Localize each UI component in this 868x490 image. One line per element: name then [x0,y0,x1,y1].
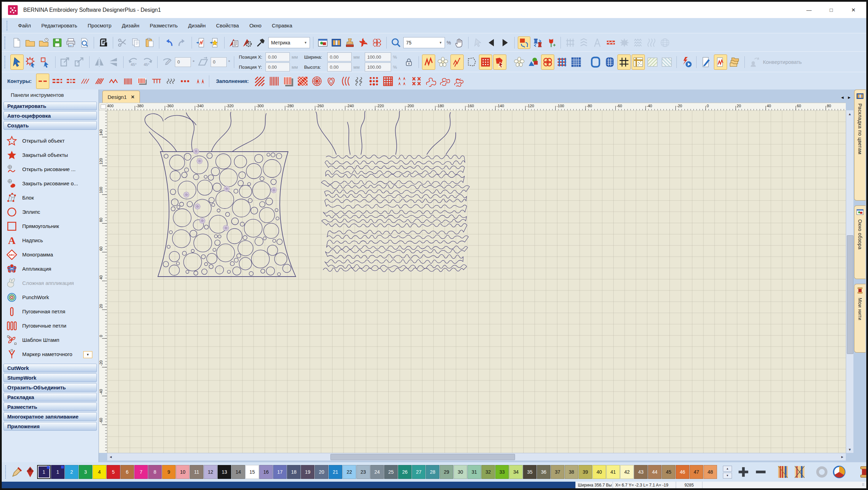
color-swatch-39-39[interactable]: 39 [579,465,592,479]
color-wheel-button[interactable] [831,465,847,479]
outline-stamp-button[interactable] [371,36,383,49]
print-button[interactable] [65,36,77,49]
fill-lacework-button[interactable] [296,74,309,89]
menu-window[interactable]: Окно [244,20,267,31]
polygon-select-button[interactable] [25,54,38,70]
scenery-button[interactable] [527,54,540,70]
vertical-scroll-thumb[interactable] [847,235,853,354]
needle-stitch-button[interactable] [591,36,604,49]
horizontal-scrollbar[interactable]: ◄ ► [107,453,846,461]
scroll-left-icon[interactable]: ◄ [107,453,114,461]
swap-colors-button[interactable] [531,36,544,49]
color-swatch-32-32[interactable]: 32 [481,465,495,479]
skew-button[interactable] [196,54,210,70]
color-swatch-current[interactable]: 1 [37,465,51,479]
tools-button[interactable] [255,36,267,49]
embroidery-canvas-button[interactable] [714,54,727,70]
color-swatch-26-26[interactable]: 26 [398,465,412,479]
open-object-tool[interactable]: Открытый объект [2,134,99,148]
overview-window-tab[interactable]: Окно обзора [854,205,866,279]
fill-stipple-outline-button[interactable] [424,74,437,89]
buttonholes-tool[interactable]: Пуговичные петли [2,319,99,333]
sidebar-edit-section[interactable]: Редактировать [3,102,97,110]
wave-stitch-button[interactable] [645,36,658,49]
embroidery-canvas[interactable] [107,110,846,453]
color-swatch-6-6[interactable]: 6 [120,465,134,479]
color-film-button[interactable] [330,36,343,49]
color-swatch-34-34[interactable]: 34 [509,465,523,479]
undo-button[interactable] [162,36,175,49]
globe-stitch-button[interactable] [659,36,671,49]
zoom-level-select[interactable]: 75▼ [403,37,445,48]
outline-pebble-button[interactable] [178,74,192,89]
outline-zigzag-dense-button[interactable] [93,74,106,89]
outline-candlewick-button[interactable] [193,74,206,89]
rectangle-tool[interactable]: Прямоугольник [2,219,99,233]
color-swatch-24-24[interactable]: 24 [370,465,384,479]
save-design-button[interactable] [51,36,64,49]
ellipse-tool[interactable]: Эллипс [2,205,99,219]
sidebar-stumpwork-section[interactable]: StumpWork [3,373,97,382]
color-swatch-21-21[interactable]: 21 [329,465,342,479]
color-swatch-20-20[interactable]: 20 [315,465,328,479]
remove-color-button[interactable] [753,465,769,479]
pan-button[interactable] [453,36,465,49]
new-document-button[interactable] [10,36,23,49]
closed-freehand-tool[interactable]: Закрыть рисование о... [2,176,99,191]
menu-arrange[interactable]: Разместить [144,20,183,31]
mirror-horizontal-button[interactable] [107,54,120,70]
color-swatch-28-28[interactable]: 28 [426,465,439,479]
stamp-template-tool[interactable]: Шаблон Штамп [2,333,99,347]
ribbon-stitch-button[interactable] [605,36,617,49]
menu-properties[interactable]: Свойства [211,20,244,31]
closed-object-tool[interactable]: Закрытый объекты [2,148,99,162]
color-swatch-36-36[interactable]: 36 [537,465,550,479]
color-swatch-42-42[interactable]: 42 [620,465,634,479]
zigzag-stitch-button[interactable] [578,36,590,49]
scroll-right-icon[interactable]: ► [839,453,846,461]
sidebar-applications-section[interactable]: Приложения [3,422,97,431]
color-swatch-17-17[interactable]: 17 [273,465,287,479]
basting-marker-tool[interactable]: Маркер наметочного▼ [2,347,99,361]
trellis-stitch-button[interactable] [564,36,576,49]
design-properties-button[interactable] [228,36,240,49]
ruler-origin-box[interactable] [99,103,107,110]
sidebar-multi-hooping-section[interactable]: Многократное запяливание [3,412,97,421]
skew-angle-input[interactable]: 0 [211,57,227,67]
flower-fill-button[interactable] [436,54,449,70]
fabric-display-button[interactable] [646,54,659,70]
color-swatch-18-18[interactable]: 18 [287,465,301,479]
close-button[interactable]: ✕ [848,6,859,15]
color-swatch-13-13[interactable]: 13 [218,465,231,479]
color-swatch-16-16[interactable]: 16 [259,465,273,479]
color-swatch-46-46[interactable]: 46 [676,465,689,479]
flower-plain-button[interactable] [513,54,526,70]
punchwork-tool[interactable]: PunchWork [2,290,99,304]
insert-artwork-button[interactable] [209,36,221,49]
color-swatch-37-37[interactable]: 37 [551,465,564,479]
pattern-fill-button[interactable] [479,54,492,70]
resize-grip-icon[interactable]: ⠿ [862,483,865,487]
color-swatch-31-31[interactable]: 31 [467,465,481,479]
color-swatch-43-43[interactable]: 43 [634,465,648,479]
library-button[interactable] [728,54,741,70]
paste-button[interactable] [143,36,156,49]
menu-design2[interactable]: Дизайн [183,20,211,31]
artwork-canvas-button[interactable] [700,54,713,70]
apply-color-button[interactable] [24,465,36,479]
sidebar-cutwork-section[interactable]: CutWork [3,364,97,372]
color-swatch-35-35[interactable]: 35 [523,465,537,479]
toolbar-grip[interactable] [5,36,7,49]
add-color-button[interactable] [735,465,751,479]
toolbar-grip[interactable] [5,56,7,68]
mirror-vertical-button[interactable] [93,54,106,70]
color-swatch-38-38[interactable]: 38 [565,465,578,479]
previous-color-button[interactable] [485,36,498,49]
color-swatch-44-44[interactable]: 44 [648,465,661,479]
color-swatch-30-30[interactable]: 30 [454,465,467,479]
hoop-ring-button[interactable] [814,465,830,479]
zigzag-outline-button[interactable] [450,54,464,70]
free-rotate-button[interactable] [161,54,174,70]
fill-satin-button[interactable] [268,74,281,89]
color-swatch-7-7[interactable]: 7 [134,465,148,479]
